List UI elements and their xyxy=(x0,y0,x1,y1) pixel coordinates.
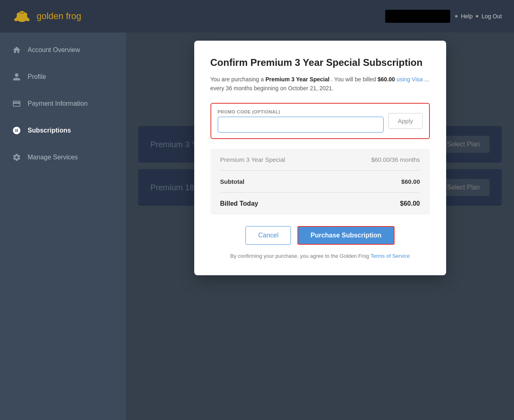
sidebar-item-label-account-overview: Account Overview xyxy=(28,46,80,54)
modal-actions: Cancel Purchase Subscription xyxy=(210,226,430,245)
promo-input-wrapper: PROMO CODE (OPTIONAL) xyxy=(218,109,384,133)
svg-point-7 xyxy=(22,12,24,14)
order-billed-today-row: Billed Today $60.00 xyxy=(210,193,430,215)
modal-title: Confirm Premium 3 Year Special Subscript… xyxy=(210,57,430,68)
promo-label: PROMO CODE (OPTIONAL) xyxy=(218,109,384,114)
order-line-item-value: $60.00/36 months xyxy=(371,156,420,163)
modal-terms: By confirming your purchase, you agree t… xyxy=(210,253,430,259)
order-billed-today-label: Billed Today xyxy=(220,200,258,207)
header: golden frog Help Log Out xyxy=(0,0,514,33)
svg-point-5 xyxy=(19,11,25,17)
terms-prefix: By confirming your purchase, you agree t… xyxy=(230,253,369,259)
subscriptions-icon xyxy=(12,126,21,135)
sidebar-item-label-manage-services: Manage Services xyxy=(28,154,78,161)
desc-price: $60.00 xyxy=(377,76,395,83)
order-subtotal-label: Subtotal xyxy=(220,178,245,185)
sidebar-item-label-payment: Payment Information xyxy=(28,100,88,107)
order-summary: Premium 3 Year Special $60.00/36 months … xyxy=(210,149,430,215)
order-line-item: Premium 3 Year Special $60.00/36 months xyxy=(210,149,430,170)
purchase-subscription-button[interactable]: Purchase Subscription xyxy=(297,226,394,245)
sidebar-item-payment[interactable]: Payment Information xyxy=(0,90,126,117)
order-billed-today-value: $60.00 xyxy=(400,200,420,207)
main-content: Premium 3 Year Special Select Plan Premi… xyxy=(126,33,514,420)
header-right: Help Log Out xyxy=(385,10,502,23)
sidebar-item-label-profile: Profile xyxy=(28,73,46,81)
cancel-button[interactable]: Cancel xyxy=(245,226,291,245)
confirm-subscription-modal: Confirm Premium 3 Year Special Subscript… xyxy=(194,41,446,275)
nav-dot-1 xyxy=(455,15,458,17)
card-icon xyxy=(12,99,21,108)
order-subtotal-row: Subtotal $60.00 xyxy=(210,171,430,192)
desc-middle: . You will be billed xyxy=(331,76,376,83)
help-link[interactable]: Help xyxy=(461,13,473,20)
sidebar-item-label-subscriptions: Subscriptions xyxy=(28,127,71,134)
promo-code-section: PROMO CODE (OPTIONAL) Apply xyxy=(210,103,430,139)
promo-code-input[interactable] xyxy=(218,117,384,133)
desc-prefix: You are purchasing a xyxy=(210,76,264,83)
golden-frog-logo-icon xyxy=(12,7,32,26)
order-subtotal-value: $60.00 xyxy=(401,178,420,185)
sidebar-item-subscriptions[interactable]: Subscriptions xyxy=(0,117,126,144)
layout: Account Overview Profile Payment Informa… xyxy=(0,33,514,420)
modal-overlay: Confirm Premium 3 Year Special Subscript… xyxy=(126,33,514,420)
logout-link[interactable]: Log Out xyxy=(481,13,502,20)
home-icon xyxy=(12,46,21,54)
nav-dot-2 xyxy=(476,15,478,17)
person-icon xyxy=(12,72,21,81)
gear-icon xyxy=(12,153,21,162)
header-nav: Help Log Out xyxy=(455,13,502,20)
sidebar-item-profile[interactable]: Profile xyxy=(0,63,126,90)
sidebar: Account Overview Profile Payment Informa… xyxy=(0,33,126,420)
svg-point-6 xyxy=(20,12,22,14)
order-line-item-label: Premium 3 Year Special xyxy=(220,156,285,163)
apply-promo-button[interactable]: Apply xyxy=(388,113,423,129)
logo-text: golden frog xyxy=(37,11,81,22)
sidebar-item-manage-services[interactable]: Manage Services xyxy=(0,144,126,171)
logo: golden frog xyxy=(12,7,81,26)
sidebar-item-account-overview[interactable]: Account Overview xyxy=(0,37,126,63)
terms-of-service-link[interactable]: Terms of Service xyxy=(371,253,410,259)
visa-link[interactable]: using Visa xyxy=(397,76,423,83)
user-display xyxy=(385,10,450,23)
modal-description: You are purchasing a Premium 3 Year Spec… xyxy=(210,75,430,93)
desc-plan-name: Premium 3 Year Special xyxy=(265,76,330,83)
